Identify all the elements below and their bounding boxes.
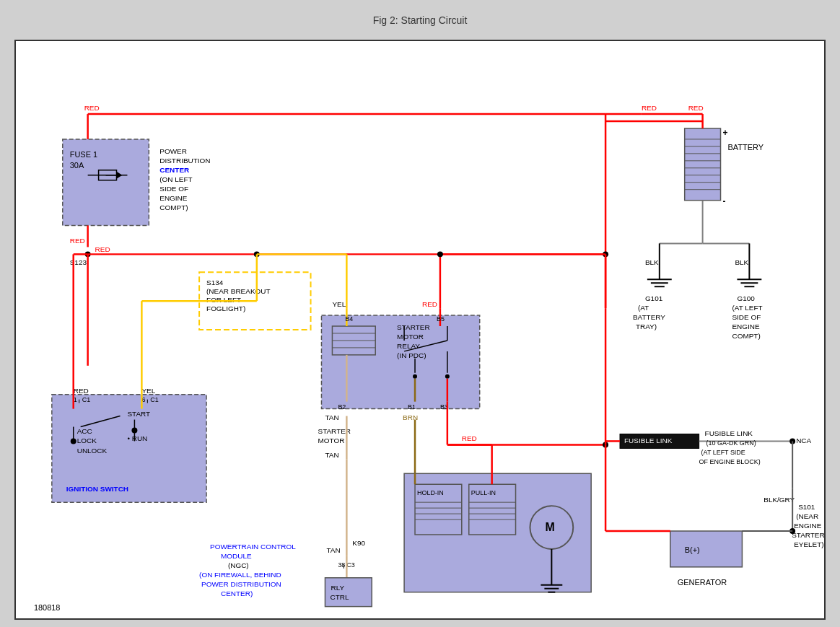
svg-text:(AT LEFT: (AT LEFT <box>732 304 762 312</box>
svg-text:C3: C3 <box>346 561 354 569</box>
svg-text:B(+): B(+) <box>685 545 700 554</box>
svg-text:IGNITION SWITCH: IGNITION SWITCH <box>66 485 128 493</box>
svg-text:S123: S123 <box>70 258 87 266</box>
svg-text:START: START <box>127 410 150 418</box>
svg-text:38: 38 <box>338 561 345 569</box>
svg-text:G100: G100 <box>737 294 755 302</box>
svg-text:BLK/GRY: BLK/GRY <box>764 496 795 504</box>
svg-text:RED: RED <box>84 104 100 112</box>
svg-text:S134: S134 <box>206 279 224 286</box>
svg-text:MOTOR: MOTOR <box>397 333 424 341</box>
svg-text:B5: B5 <box>437 315 445 323</box>
svg-text:180818: 180818 <box>34 603 61 612</box>
svg-text:FOR LEFT: FOR LEFT <box>206 296 241 304</box>
svg-text:(NGC): (NGC) <box>228 561 249 569</box>
svg-text:ENGINE: ENGINE <box>732 323 760 330</box>
svg-text:BATTERY: BATTERY <box>633 313 665 321</box>
svg-text:GENERATOR: GENERATOR <box>678 578 727 587</box>
svg-text:(AT: (AT <box>638 304 649 312</box>
svg-text:BLK: BLK <box>645 258 659 266</box>
svg-text:RED: RED <box>95 245 110 253</box>
svg-text:TRAY): TRAY) <box>636 323 657 330</box>
svg-text:TAN: TAN <box>325 451 338 459</box>
svg-text:(NEAR BREAKOUT: (NEAR BREAKOUT <box>206 287 271 295</box>
svg-text:(ON FIREWALL, BEHIND: (ON FIREWALL, BEHIND <box>199 571 281 579</box>
svg-text:• RUN: • RUN <box>127 434 147 442</box>
svg-text:ENGINE: ENGINE <box>159 194 188 202</box>
svg-text:C1: C1 <box>82 396 90 403</box>
svg-text:MODULE: MODULE <box>221 552 252 560</box>
svg-text:COMPT): COMPT) <box>159 203 188 211</box>
svg-text:SIDE OF: SIDE OF <box>159 185 188 193</box>
svg-text:(NEAR: (NEAR <box>796 512 818 520</box>
svg-text:RED: RED <box>642 104 657 112</box>
svg-text:FUSE 1: FUSE 1 <box>70 150 97 159</box>
svg-text:(10 GA-DK GRN): (10 GA-DK GRN) <box>706 439 756 447</box>
svg-text:TAN: TAN <box>326 546 340 554</box>
svg-point-61 <box>445 374 450 379</box>
svg-text:BLK: BLK <box>735 258 748 266</box>
svg-text:+: + <box>723 128 728 138</box>
svg-point-59 <box>413 374 417 379</box>
svg-text:RED: RED <box>74 387 89 395</box>
svg-text:EYELET): EYELET) <box>794 540 823 548</box>
svg-text:RED: RED <box>70 237 85 245</box>
svg-text:FUSIBLE LINK: FUSIBLE LINK <box>705 429 753 437</box>
svg-text:POWER: POWER <box>159 147 187 155</box>
svg-text:CENTER): CENTER) <box>221 589 253 597</box>
svg-text:YEL: YEL <box>332 300 346 308</box>
svg-text:RLY: RLY <box>331 584 344 592</box>
svg-text:RED: RED <box>462 434 477 442</box>
svg-text:YEL: YEL <box>141 387 155 395</box>
svg-text:LOCK: LOCK <box>77 437 97 444</box>
svg-text:RELAY: RELAY <box>397 342 420 350</box>
svg-text:BATTERY: BATTERY <box>727 143 764 152</box>
diagram-container: + - BATTERY RED RED RED FUSE 1 30A <box>14 40 826 620</box>
svg-text:RED: RED <box>688 104 704 112</box>
svg-text:DISTRIBUTION: DISTRIBUTION <box>159 157 210 165</box>
svg-text:(ON LEFT: (ON LEFT <box>159 175 192 183</box>
svg-text:S101: S101 <box>798 503 815 511</box>
svg-text:B1: B1 <box>408 403 416 411</box>
svg-text:HOLD-IN: HOLD-IN <box>417 489 444 496</box>
svg-text:POWER DISTRIBUTION: POWER DISTRIBUTION <box>201 580 281 588</box>
svg-text:(IN PDC): (IN PDC) <box>397 351 426 359</box>
diagram-inner: + - BATTERY RED RED RED FUSE 1 30A <box>16 41 824 618</box>
svg-point-77 <box>437 251 443 257</box>
svg-text:CTRL: CTRL <box>330 593 349 601</box>
svg-text:30A: 30A <box>70 161 84 170</box>
svg-text:FOGLIGHT): FOGLIGHT) <box>206 304 245 312</box>
svg-text:-: - <box>723 196 726 206</box>
diagram-title: Fig 2: Starting Circuit <box>373 14 468 26</box>
svg-text:K90: K90 <box>352 539 365 547</box>
svg-text:B4: B4 <box>345 315 353 323</box>
svg-text:M: M <box>545 521 554 533</box>
svg-text:COMPT): COMPT) <box>732 332 760 340</box>
svg-text:B2: B2 <box>338 403 346 411</box>
svg-text:G101: G101 <box>645 294 663 302</box>
svg-text:SIDE OF: SIDE OF <box>732 313 761 321</box>
svg-text:MOTOR: MOTOR <box>318 437 345 444</box>
svg-text:ACC: ACC <box>77 427 92 435</box>
svg-text:(AT LEFT SIDE: (AT LEFT SIDE <box>701 449 745 456</box>
svg-text:C1: C1 <box>150 396 158 403</box>
svg-text:CENTER: CENTER <box>159 166 189 174</box>
title-bar: Fig 2: Starting Circuit <box>0 0 840 40</box>
svg-text:ENGINE: ENGINE <box>794 522 822 530</box>
svg-text:TAN: TAN <box>325 413 338 421</box>
svg-text:RED: RED <box>422 300 437 308</box>
svg-text:UNLOCK: UNLOCK <box>77 447 108 455</box>
svg-text:NCA: NCA <box>796 437 811 444</box>
svg-text:STARTER: STARTER <box>792 531 824 539</box>
svg-text:FUSIBLE LINK: FUSIBLE LINK <box>624 437 673 444</box>
svg-text:PULL-IN: PULL-IN <box>471 489 496 496</box>
svg-rect-204 <box>670 531 743 567</box>
svg-text:STARTER: STARTER <box>397 323 430 331</box>
svg-text:POWERTRAIN CONTROL: POWERTRAIN CONTROL <box>210 543 296 551</box>
svg-text:OF ENGINE BLOCK): OF ENGINE BLOCK) <box>699 458 761 465</box>
